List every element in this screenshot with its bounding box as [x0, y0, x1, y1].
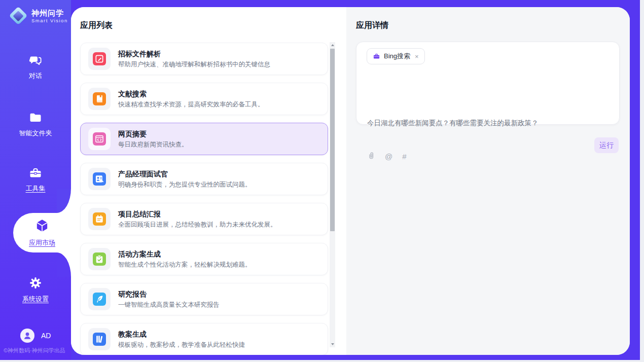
sidebar: 神州问学 Smart Vision 对话 智能文件夹: [0, 0, 71, 360]
app-desc: 每日政府新闻资讯快查。: [118, 141, 188, 149]
user-account[interactable]: AD: [20, 329, 51, 343]
app-icon-tile: [88, 288, 111, 310]
paperclip-icon[interactable]: [367, 151, 375, 162]
main-content: 应用列表 招标文件解析 帮助用户快速、准确地理解和解析招标书中的关键信息: [71, 7, 630, 355]
app-card-project-summary[interactable]: 项目总结汇报 全面回顾项目进展，总结经验教训，助力未来优化发展。: [80, 203, 328, 235]
app-list-title: 应用列表: [80, 20, 113, 31]
app-desc: 明确身份和职责，为您提供专业性的面试问题。: [118, 181, 252, 189]
interviewer-icon: [93, 172, 106, 186]
clipboard-check-icon: [93, 252, 106, 266]
folder-icon: [28, 111, 43, 126]
app-icon-tile: [88, 48, 111, 70]
user-icon: [22, 330, 33, 341]
app-detail-title: 应用详情: [356, 20, 388, 31]
app-card-pm-interviewer[interactable]: 产品经理面试官 明确身份和职责，为您提供专业性的面试问题。: [80, 163, 328, 195]
app-desc: 智能生成个性化活动方案，轻松解决规划难题。: [118, 261, 252, 269]
scrollbar-thumb[interactable]: [330, 49, 335, 231]
quill-icon: [93, 293, 106, 306]
pen-square-icon: [93, 52, 106, 65]
chat-icon: [28, 54, 43, 69]
app-desc: 全面回顾项目进展，总结经验教训，助力未来优化发展。: [118, 221, 277, 229]
app-name: 招标文件解析: [118, 50, 270, 58]
app-card-literature-search[interactable]: 文献搜索 快速精准查找学术资源，提高研究效率的必备工具。: [80, 83, 328, 115]
app-icon-tile: [88, 88, 111, 110]
gear-icon: [28, 276, 43, 292]
app-card-web-summary[interactable]: 网页摘要 每日政府新闻资讯快查。: [80, 123, 328, 155]
hash-icon[interactable]: #: [402, 152, 406, 161]
scrollbar-down-arrow-icon[interactable]: [330, 341, 335, 347]
user-label: AD: [41, 332, 51, 340]
composer-toolbar: @ #: [367, 151, 407, 162]
prompt-card: Bing搜索 × 今日湖北有哪些新闻要点？有哪些需要关注的最新政策？ @ #: [356, 42, 620, 125]
app-desc: 帮助用户快速、准确地理解和解析招标书中的关键信息: [118, 61, 270, 68]
tool-tag-bing-search[interactable]: Bing搜索 ×: [367, 48, 425, 64]
at-icon[interactable]: @: [385, 152, 392, 161]
app-name: 网页摘要: [118, 130, 188, 138]
active-bubble-fillet-top: [57, 189, 71, 213]
list-scrollbar[interactable]: [330, 42, 335, 347]
sidebar-item-smart-folders[interactable]: 智能文件夹: [0, 111, 71, 138]
app-desc: 一键智能生成高质量长文本研究报告: [118, 301, 220, 309]
brand-name: 神州问学: [31, 9, 68, 18]
avatar: [20, 329, 34, 343]
sidebar-item-label: 对话: [0, 71, 71, 81]
sidebar-item-label: 系统设置: [0, 295, 71, 304]
sidebar-item-chat[interactable]: 对话: [0, 54, 71, 81]
toolbox-icon: [28, 166, 43, 182]
app-name: 教案生成: [118, 330, 245, 339]
app-card-event-plan-generator[interactable]: 活动方案生成 智能生成个性化活动方案，轻松解决规划难题。: [80, 243, 328, 275]
app-icon-tile: [88, 248, 111, 270]
browser-code-icon: [93, 132, 106, 146]
cube-icon: [34, 218, 50, 236]
brand-diamond-icon: [9, 7, 27, 25]
books-icon: [93, 333, 106, 346]
brand-logo: 神州问学 Smart Vision: [9, 7, 68, 25]
app-icon-tile: [88, 208, 111, 230]
app-icon-tile: [88, 168, 111, 190]
briefcase-icon: [373, 53, 380, 60]
app-name: 项目总结汇报: [118, 210, 277, 219]
run-button[interactable]: 运行: [594, 137, 619, 153]
scrollbar-up-arrow-icon[interactable]: [330, 42, 335, 48]
app-name: 研究报告: [118, 290, 220, 299]
app-detail-panel: 应用详情 Bing搜索 × 今日湖北有哪些新闻要点？有哪些需要关注的最新政策？: [346, 7, 630, 355]
app-card-list: 招标文件解析 帮助用户快速、准确地理解和解析招标书中的关键信息 文献搜索: [80, 43, 328, 355]
app-name: 活动方案生成: [118, 250, 252, 259]
tool-tag-label: Bing搜索: [384, 52, 410, 61]
app-icon-tile: [88, 128, 111, 150]
sidebar-item-label: 智能文件夹: [0, 129, 71, 138]
app-icon-tile: [88, 328, 111, 350]
app-desc: 模板驱动，教案秒成，教学准备从此轻松快捷: [118, 341, 245, 349]
sidebar-item-settings[interactable]: 系统设置: [0, 276, 71, 304]
active-bubble-fillet-bottom: [57, 252, 71, 277]
calendar-note-icon: [93, 212, 106, 226]
prompt-text[interactable]: 今日湖北有哪些新闻要点？有哪些需要关注的最新政策？: [367, 118, 609, 128]
app-name: 文献搜索: [118, 90, 264, 98]
sidebar-item-app-market[interactable]: 应用市场: [13, 213, 71, 252]
close-icon[interactable]: ×: [415, 53, 419, 60]
app-desc: 快速精准查找学术资源，提高研究效率的必备工具。: [118, 101, 264, 108]
app-list-panel: 应用列表 招标文件解析 帮助用户快速、准确地理解和解析招标书中的关键信息: [71, 7, 346, 355]
copyright-text: ©神州数码·神州问学出品: [0, 347, 71, 354]
app-card-research-report[interactable]: 研究报告 一键智能生成高质量长文本研究报告: [80, 283, 328, 315]
app-card-bid-document-analysis[interactable]: 招标文件解析 帮助用户快速、准确地理解和解析招标书中的关键信息: [80, 43, 328, 75]
brand-subtitle: Smart Vision: [31, 18, 68, 23]
app-name: 产品经理面试官: [118, 170, 252, 178]
book-icon: [93, 92, 106, 105]
sidebar-item-label: 应用市场: [13, 238, 71, 247]
app-card-lesson-plan-generator[interactable]: 教案生成 模板驱动，教案秒成，教学准备从此轻松快捷: [80, 323, 328, 355]
